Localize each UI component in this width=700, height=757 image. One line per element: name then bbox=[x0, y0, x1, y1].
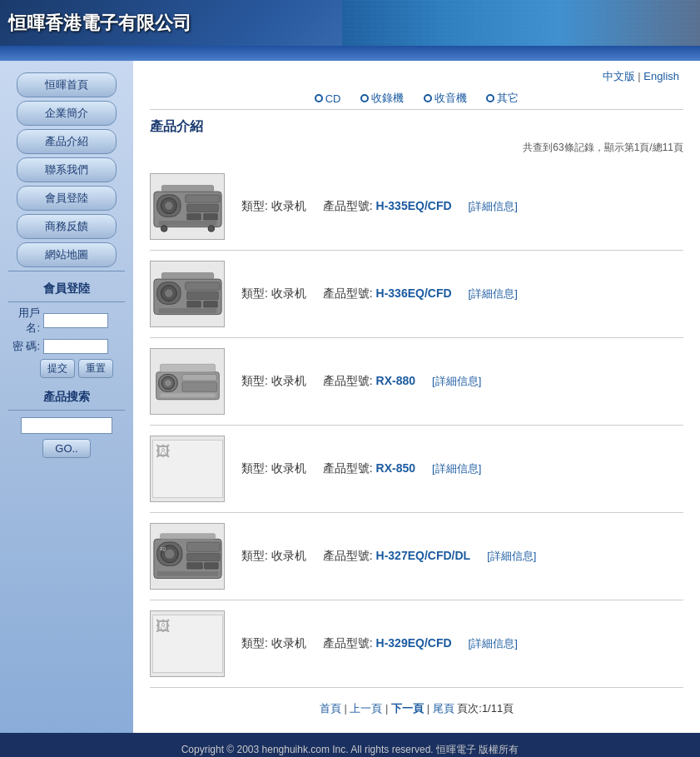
pagination-prev[interactable]: 上一頁 bbox=[350, 702, 382, 715]
detail-link-3[interactable]: [詳細信息] bbox=[432, 374, 481, 389]
svg-rect-38 bbox=[156, 570, 218, 575]
product-model-link-4[interactable]: RX-850 bbox=[376, 461, 415, 475]
svg-point-10 bbox=[161, 225, 167, 232]
sidebar-item-feedback[interactable]: 商務反饋 bbox=[17, 214, 117, 239]
product-model-6: 產品型號: H-329EQ/CFD bbox=[323, 636, 452, 651]
product-type-4: 類型: 收录机 bbox=[241, 461, 306, 476]
detail-link-1[interactable]: [詳細信息] bbox=[469, 199, 518, 214]
product-type-1: 類型: 收录机 bbox=[241, 199, 306, 214]
filter-cd[interactable]: CD bbox=[315, 92, 341, 105]
svg-rect-26 bbox=[181, 374, 216, 381]
reset-button[interactable]: 重置 bbox=[78, 359, 113, 378]
username-row: 用戶名: bbox=[8, 306, 125, 336]
company-logo: 恒暉香港電子有限公司 bbox=[0, 11, 191, 36]
pagination-next[interactable]: 下一頁 bbox=[391, 702, 424, 715]
pagination: 首頁 | 上一頁 | 下一頁 | 尾頁 頁次:1/11頁 bbox=[150, 701, 683, 716]
svg-rect-4 bbox=[185, 194, 220, 202]
filter-cd-label: CD bbox=[325, 92, 341, 105]
search-input[interactable] bbox=[21, 417, 112, 434]
sidebar-divider-2 bbox=[8, 301, 125, 302]
search-divider bbox=[8, 410, 125, 411]
table-row: 🖼 類型: 收录机 產品型號: RX-850 [詳細信息] bbox=[150, 426, 683, 513]
product-model-link-6[interactable]: H-329EQ/CFD bbox=[376, 636, 452, 650]
login-section-title: 會員登陸 bbox=[8, 281, 125, 296]
table-row: 類型: 收录机 產品型號: H-336EQ/CFD [詳細信息] bbox=[150, 251, 683, 338]
sidebar: 恒暉首頁 企業簡介 產品介紹 聯系我們 會員登陸 商務反饋 網站地圖 會員登陸 … bbox=[0, 61, 133, 733]
password-input[interactable] bbox=[43, 339, 108, 354]
sidebar-item-about[interactable]: 企業簡介 bbox=[17, 101, 117, 126]
search-section-title: 產品搜索 bbox=[8, 390, 125, 405]
product-model-3: 產品型號: RX-880 bbox=[323, 374, 415, 389]
radio-recorder bbox=[360, 94, 369, 102]
radio-cd bbox=[315, 94, 323, 102]
product-model-link-2[interactable]: H-336EQ/CFD bbox=[376, 286, 452, 300]
product-model-link-3[interactable]: RX-880 bbox=[376, 374, 415, 387]
svg-point-33 bbox=[165, 549, 174, 558]
chinese-link[interactable]: 中文版 bbox=[603, 70, 635, 82]
svg-point-25 bbox=[165, 380, 171, 386]
main-layout: 恒暉首頁 企業簡介 產品介紹 聯系我們 會員登陸 商務反饋 網站地圖 會員登陸 … bbox=[0, 61, 700, 733]
svg-rect-17 bbox=[186, 291, 218, 299]
product-model-link-5[interactable]: H-327EQ/CFD/DL bbox=[376, 549, 471, 562]
boombox-svg-3 bbox=[152, 351, 223, 413]
login-buttons: 提交 重置 bbox=[40, 359, 125, 378]
detail-link-4[interactable]: [詳細信息] bbox=[432, 461, 481, 476]
no-image-icon: 🖼 bbox=[156, 443, 171, 461]
sidebar-item-contact[interactable]: 聯系我們 bbox=[17, 157, 117, 182]
no-image-placeholder-6: 🖼 bbox=[152, 615, 223, 673]
svg-rect-37 bbox=[204, 562, 218, 569]
table-row: 類型: 收录机 產品型號: RX-880 [詳細信息] bbox=[150, 338, 683, 426]
english-link[interactable]: English bbox=[643, 70, 679, 82]
pagination-info: 頁次:1/11頁 bbox=[457, 702, 514, 715]
language-bar: 中文版 | English bbox=[150, 69, 683, 84]
product-type-6: 類型: 收录机 bbox=[241, 636, 306, 651]
filter-other-label: 其它 bbox=[497, 91, 519, 106]
svg-rect-36 bbox=[186, 562, 202, 569]
svg-point-3 bbox=[165, 202, 172, 209]
sidebar-item-products[interactable]: 產品介紹 bbox=[17, 129, 117, 154]
go-button[interactable]: GO.. bbox=[42, 439, 90, 458]
username-input[interactable] bbox=[43, 313, 108, 328]
product-model-link-1[interactable]: H-335EQ/CFD bbox=[376, 199, 452, 212]
svg-rect-7 bbox=[203, 213, 217, 220]
svg-rect-20 bbox=[158, 308, 216, 313]
filter-bar: CD 收錄機 收音機 其它 bbox=[150, 87, 683, 110]
table-row: EQ 類型: 收录机 產品型號: H-327EQ/CFD/DL [詳細信息] bbox=[150, 513, 683, 600]
product-model-5: 產品型號: H-327EQ/CFD/DL bbox=[323, 549, 470, 564]
record-info: 共查到63條記錄，顯示第1頁/總11頁 bbox=[150, 141, 683, 155]
pagination-sep-3: | bbox=[427, 702, 433, 715]
sidebar-item-home[interactable]: 恒暉首頁 bbox=[17, 72, 117, 97]
product-list: 類型: 收录机 產品型號: H-335EQ/CFD [詳細信息] bbox=[150, 163, 683, 688]
svg-rect-39 bbox=[160, 533, 215, 539]
filter-other[interactable]: 其它 bbox=[486, 91, 519, 106]
product-model-1: 產品型號: H-335EQ/CFD bbox=[323, 199, 452, 214]
content-area: 中文版 | English CD 收錄機 收音機 其它 產品介 bbox=[133, 61, 700, 733]
username-label: 用戶名: bbox=[8, 306, 40, 336]
sidebar-item-sitemap[interactable]: 網站地圖 bbox=[17, 242, 117, 267]
password-row: 密 碼: bbox=[8, 339, 125, 354]
product-image-2 bbox=[150, 261, 225, 327]
pagination-first[interactable]: 首頁 bbox=[320, 702, 341, 715]
product-model-4: 產品型號: RX-850 bbox=[323, 461, 415, 476]
svg-rect-29 bbox=[160, 364, 215, 371]
detail-link-5[interactable]: [詳細信息] bbox=[487, 549, 536, 564]
header: 恒暉香港電子有限公司 bbox=[0, 0, 700, 46]
svg-rect-18 bbox=[186, 301, 201, 307]
product-type-2: 類型: 收录机 bbox=[241, 286, 306, 301]
detail-link-2[interactable]: [詳細信息] bbox=[469, 286, 518, 301]
pagination-last[interactable]: 尾頁 bbox=[433, 702, 454, 715]
filter-recorder[interactable]: 收錄機 bbox=[360, 91, 404, 106]
filter-radio[interactable]: 收音機 bbox=[424, 91, 467, 106]
nav-buttons: 恒暉首頁 企業簡介 產品介紹 聯系我們 會員登陸 商務反饋 網站地圖 bbox=[8, 72, 125, 267]
sidebar-item-login[interactable]: 會員登陸 bbox=[17, 186, 117, 211]
header-decoration bbox=[342, 0, 700, 46]
svg-rect-21 bbox=[161, 272, 213, 279]
table-row: 類型: 收录机 產品型號: H-335EQ/CFD [詳細信息] bbox=[150, 163, 683, 251]
svg-rect-5 bbox=[186, 204, 218, 212]
detail-link-6[interactable]: [詳細信息] bbox=[469, 636, 518, 651]
svg-rect-35 bbox=[186, 553, 220, 560]
svg-rect-27 bbox=[181, 381, 216, 391]
no-image-icon-6: 🖼 bbox=[156, 618, 171, 635]
submit-button[interactable]: 提交 bbox=[40, 359, 75, 378]
product-image-6: 🖼 bbox=[150, 610, 225, 677]
